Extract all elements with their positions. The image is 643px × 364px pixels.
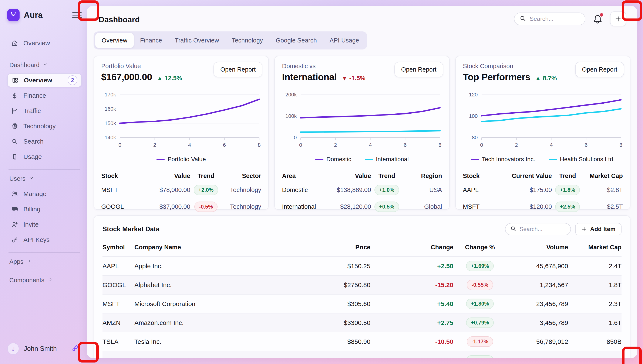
sidebar-link-components[interactable]: Components	[9, 277, 80, 284]
tab-technology[interactable]: Technology	[226, 33, 269, 48]
tab-overview[interactable]: Overview	[95, 33, 134, 48]
legend-item: Health Solutions Ltd.	[549, 156, 615, 163]
column-header[interactable]: Company Name	[134, 235, 256, 256]
chart-legend: Tech Innovators Inc.Health Solutions Ltd…	[463, 156, 623, 163]
sidebar-item-label: Usage	[23, 153, 42, 160]
sidebar-item-usage[interactable]: Usage	[7, 150, 82, 164]
house-icon	[11, 40, 18, 47]
open-report-button[interactable]: Open Report	[213, 62, 262, 77]
tab-api-usage[interactable]: API Usage	[323, 33, 365, 48]
column-header[interactable]: Price	[256, 235, 370, 256]
trend-pill: +2.5%	[555, 202, 580, 212]
sidebar-item-billing[interactable]: Billing	[7, 202, 82, 216]
table-search[interactable]	[505, 223, 571, 235]
item-badge: 2	[68, 76, 77, 85]
cell-change-pct: -0.55%	[453, 276, 507, 294]
open-report-button[interactable]: Open Report	[394, 62, 443, 77]
cell-market-cap: 2.3T	[568, 296, 621, 312]
column-header[interactable]: Market Cap	[568, 235, 621, 256]
svg-text:0: 0	[118, 142, 121, 148]
chart-line-icon	[11, 107, 18, 114]
card-table-header: Value	[138, 170, 190, 182]
sidebar-item-overview[interactable]: Overview	[7, 36, 82, 50]
cell-symbol: TSLA	[102, 334, 134, 349]
card-table-header: Area	[282, 170, 318, 182]
section-label-dashboard[interactable]: Dashboard	[9, 62, 80, 68]
cell-company: Tesla Inc.	[134, 334, 256, 349]
notifications-button[interactable]	[593, 14, 603, 24]
sidebar-link-apps[interactable]: Apps	[9, 258, 80, 265]
change-pct-pill: +1.69%	[466, 261, 494, 271]
sidebar-item-api-keys[interactable]: API Keys	[7, 233, 82, 247]
sidebar-item-invite[interactable]: Invite	[7, 218, 82, 232]
cell-price: $305.60	[256, 296, 370, 312]
card-stock-comparison: Stock Comparison Open Report Top Perform…	[455, 56, 630, 210]
card-table-header: Market Cap	[583, 170, 623, 182]
user-profile[interactable]: J John Smith	[7, 343, 80, 355]
cell-volume: 56,789,012	[507, 334, 568, 349]
table-row-msft[interactable]: MSFT Microsoft Corporation $305.60 +5.40…	[102, 294, 621, 313]
sidebar-item-manage[interactable]: Manage	[7, 187, 82, 201]
svg-text:4: 4	[550, 142, 553, 148]
cell-symbol: AAPL	[102, 258, 134, 274]
cell-symbol: AMZN	[102, 315, 134, 330]
tab-traffic-overview[interactable]: Traffic Overview	[168, 33, 226, 48]
card-table-cell: $2.8T	[583, 183, 623, 197]
svg-text:8: 8	[439, 142, 442, 148]
sidebar-item-search[interactable]: Search	[7, 134, 82, 148]
column-header[interactable]: Change %	[453, 235, 507, 256]
table-row-tsla[interactable]: TSLA Tesla Inc. $850.90 -10.50 -1.17% 56…	[102, 332, 621, 351]
tab-google-search[interactable]: Google Search	[269, 33, 323, 48]
column-header[interactable]: Volume	[507, 235, 568, 256]
add-item-button[interactable]: Add Item	[575, 223, 621, 235]
sidebar-item-finance[interactable]: Finance	[7, 88, 82, 102]
delta-badge: ▲8.7%	[535, 75, 557, 82]
sidebar-item-traffic[interactable]: Traffic	[7, 104, 82, 118]
trend-pill: -0.5%	[194, 202, 218, 212]
cell-price: $150.25	[256, 258, 370, 274]
change-pct-pill: +1.80%	[466, 298, 494, 309]
card-domestic-vs: Domestic vs Open Report International ▼-…	[274, 56, 450, 210]
legend-item: Tech Innovators Inc.	[471, 156, 535, 163]
triangle-up-icon: ▲	[535, 75, 541, 82]
section-label-users[interactable]: Users	[9, 175, 80, 182]
trend-pill: +0.5%	[374, 202, 399, 212]
trend-pill: +1.8%	[555, 185, 580, 195]
cell-market-cap: 1.6T	[568, 315, 621, 330]
table-row-amzn[interactable]: AMZN Amazon.com Inc. $3300.50 +2.75 +0.7…	[102, 313, 621, 332]
card-table-header: Trend	[190, 170, 222, 182]
sidebar-item-overview[interactable]: Overview2	[7, 73, 82, 87]
chevron-right-icon	[48, 277, 53, 284]
search-icon	[11, 138, 18, 145]
search-icon	[519, 15, 526, 23]
chart-area: 200k100k002468	[282, 90, 442, 150]
svg-text:2: 2	[153, 142, 156, 148]
column-header[interactable]: Change	[370, 235, 453, 256]
trend-pill: +1.0%	[374, 185, 399, 195]
sidebar-item-technology[interactable]: Technology	[7, 119, 82, 133]
legend-swatch	[156, 159, 165, 160]
delta-badge: ▲12.5%	[157, 75, 182, 82]
table-row-googl[interactable]: GOOGL Alphabet Inc. $2750.80 -15.20 -0.5…	[102, 275, 621, 294]
column-header[interactable]: Symbol	[102, 235, 134, 256]
table-row-aapl[interactable]: AAPL Apple Inc. $150.25 +2.50 +1.69% 45,…	[102, 256, 621, 275]
cell-change: +5.40	[370, 296, 453, 312]
cell-market-cap: 850B	[568, 334, 621, 349]
cell-volume: 45,678,900	[507, 258, 568, 274]
annotation-box-bottom-right	[622, 346, 642, 364]
search-input[interactable]	[530, 16, 580, 22]
cell-symbol: GOOGL	[102, 277, 134, 293]
legend-item: International	[365, 156, 409, 163]
tab-finance[interactable]: Finance	[134, 33, 168, 48]
global-search[interactable]	[514, 12, 585, 25]
card-table-cell: Global	[402, 200, 442, 214]
user-plus-icon	[11, 221, 18, 228]
card-table-header: Stock	[463, 170, 499, 182]
table-row-nvda[interactable]: NVDA NVIDIA Corporation $450.30 +12.45 +…	[102, 351, 621, 358]
open-report-button[interactable]: Open Report	[575, 62, 624, 77]
legend-swatch	[365, 159, 373, 160]
svg-text:6: 6	[223, 142, 226, 148]
svg-text:160k: 160k	[105, 106, 116, 112]
aura-logo-icon	[7, 9, 20, 21]
table-search-input[interactable]	[519, 226, 566, 232]
